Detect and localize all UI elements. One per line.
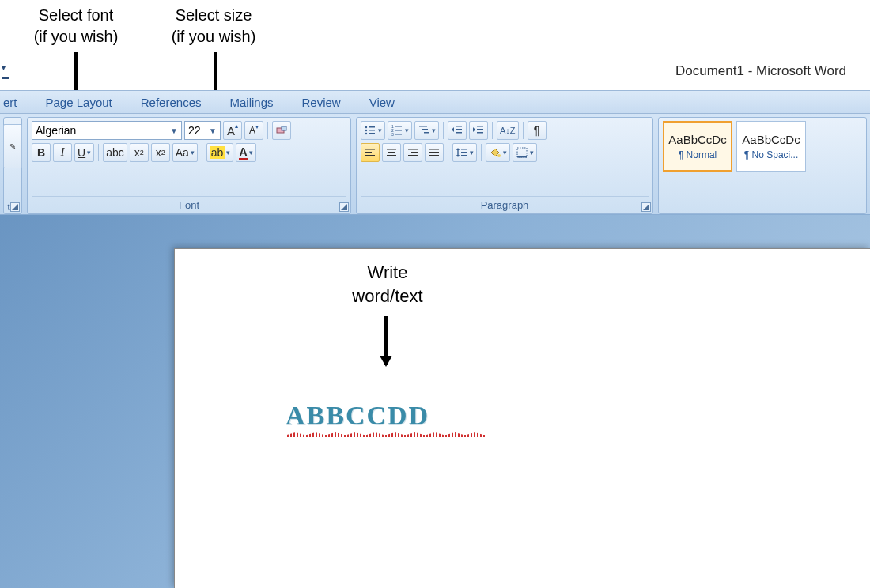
bullets-button[interactable]: ▾ xyxy=(361,121,385,140)
svg-rect-31 xyxy=(408,155,418,156)
dialog-launcher-icon[interactable] xyxy=(339,202,349,212)
align-left-button[interactable] xyxy=(361,143,380,162)
group-paragraph: ▾ 123▾ ▾ A↓Z ¶ xyxy=(356,117,653,214)
svg-rect-23 xyxy=(365,149,375,150)
font-color-button[interactable]: A▾ xyxy=(236,143,255,162)
multilevel-list-icon xyxy=(418,124,430,137)
arrow-down-icon xyxy=(384,316,388,365)
svg-rect-40 xyxy=(517,148,527,157)
document-page[interactable]: ABBCCDD xyxy=(174,248,870,588)
svg-rect-11 xyxy=(395,130,402,131)
svg-rect-32 xyxy=(429,149,439,150)
align-left-icon xyxy=(364,146,376,159)
align-right-button[interactable] xyxy=(403,143,422,162)
font-name-value: Algerian xyxy=(36,124,76,137)
svg-point-39 xyxy=(497,154,501,157)
dialog-launcher-icon[interactable] xyxy=(641,202,651,212)
style-normal[interactable]: AaBbCcDc ¶ Normal xyxy=(663,121,732,172)
numbering-button[interactable]: 123▾ xyxy=(388,121,412,140)
ribbon: ✎ ter Algerian ▼ 22 ▼ A▴ A▾ B I U▾ xyxy=(0,114,870,215)
show-hide-marks-button[interactable]: ¶ xyxy=(528,121,547,140)
svg-point-6 xyxy=(365,133,367,134)
change-case-button[interactable]: Aa▾ xyxy=(172,143,198,162)
font-name-combo[interactable]: Algerian ▼ xyxy=(32,121,182,140)
svg-text:3: 3 xyxy=(392,132,394,137)
tab-insert-partial[interactable]: ert xyxy=(3,96,17,109)
qat-customize-icon[interactable]: ▾▬ xyxy=(2,63,9,81)
group-title-font: Font xyxy=(32,196,346,212)
style-no-spacing[interactable]: AaBbCcDc ¶ No Spaci... xyxy=(736,121,806,172)
multilevel-list-button[interactable]: ▾ xyxy=(414,121,439,140)
svg-rect-27 xyxy=(388,152,395,153)
svg-rect-25 xyxy=(365,155,375,156)
tab-page-layout[interactable]: Page Layout xyxy=(46,96,112,109)
format-painter-button[interactable]: ✎ xyxy=(3,124,22,168)
underline-button[interactable]: U▾ xyxy=(74,143,94,162)
align-center-icon xyxy=(385,146,398,159)
svg-rect-20 xyxy=(477,126,483,127)
shrink-font-button[interactable]: A▾ xyxy=(244,121,263,140)
svg-rect-22 xyxy=(477,132,483,134)
subscript-button[interactable]: x2 xyxy=(130,143,149,162)
svg-rect-1 xyxy=(282,126,286,130)
svg-rect-29 xyxy=(408,149,418,150)
svg-rect-37 xyxy=(461,152,467,153)
strikethrough-button[interactable]: abc xyxy=(103,143,127,162)
svg-rect-41 xyxy=(517,156,527,158)
clear-formatting-button[interactable] xyxy=(272,121,291,140)
ribbon-tabs: ert Page Layout References Mailings Revi… xyxy=(0,90,870,114)
bullet-list-icon xyxy=(364,124,376,137)
outdent-icon xyxy=(451,124,463,137)
eraser-icon xyxy=(275,124,288,137)
svg-rect-16 xyxy=(424,132,429,134)
svg-rect-13 xyxy=(395,134,402,135)
spellcheck-underline-icon xyxy=(286,432,485,437)
group-title-paragraph: Paragraph xyxy=(361,196,649,212)
superscript-button[interactable]: x2 xyxy=(151,143,170,162)
borders-button[interactable]: ▾ xyxy=(513,143,537,162)
tab-view[interactable]: View xyxy=(369,96,395,109)
tab-references[interactable]: References xyxy=(141,96,202,109)
svg-rect-36 xyxy=(461,149,467,150)
svg-rect-14 xyxy=(419,126,427,127)
align-right-icon xyxy=(407,146,419,159)
line-spacing-button[interactable]: ▾ xyxy=(452,143,477,162)
svg-rect-21 xyxy=(477,129,483,130)
numbered-list-icon: 123 xyxy=(391,124,403,137)
tab-review[interactable]: Review xyxy=(302,96,341,109)
font-size-value: 22 xyxy=(188,124,201,137)
justify-button[interactable] xyxy=(425,143,444,162)
group-styles: AaBbCcDc ¶ Normal AaBbCcDc ¶ No Spaci... xyxy=(658,117,867,214)
italic-button[interactable]: I xyxy=(53,143,72,162)
sort-button[interactable]: A↓Z xyxy=(497,121,519,140)
chevron-down-icon: ▼ xyxy=(170,126,178,135)
bold-button[interactable]: B xyxy=(32,143,51,162)
font-size-combo[interactable]: 22 ▼ xyxy=(184,121,221,140)
svg-rect-34 xyxy=(429,155,439,156)
svg-point-2 xyxy=(365,126,367,128)
align-center-button[interactable] xyxy=(382,143,401,162)
annotation-write-text: Writeword/text xyxy=(308,261,467,307)
svg-rect-3 xyxy=(369,126,375,128)
indent-icon xyxy=(472,124,485,137)
group-clipboard-partial: ✎ ter xyxy=(3,117,22,214)
svg-rect-7 xyxy=(369,133,375,134)
highlight-button[interactable]: ab▾ xyxy=(206,143,234,162)
svg-point-4 xyxy=(365,130,367,131)
svg-rect-28 xyxy=(387,155,396,156)
borders-icon xyxy=(516,146,528,159)
svg-rect-19 xyxy=(456,132,462,134)
chevron-down-icon: ▼ xyxy=(209,126,217,135)
increase-indent-button[interactable] xyxy=(469,121,488,140)
document-text[interactable]: ABBCCDD xyxy=(286,401,429,431)
tab-mailings[interactable]: Mailings xyxy=(229,96,273,109)
decrease-indent-button[interactable] xyxy=(448,121,467,140)
svg-rect-15 xyxy=(422,129,428,130)
paint-bucket-icon xyxy=(489,146,501,159)
svg-rect-24 xyxy=(365,152,372,153)
svg-rect-26 xyxy=(387,149,396,150)
shading-button[interactable]: ▾ xyxy=(486,143,510,162)
svg-rect-30 xyxy=(411,152,418,153)
dialog-launcher-icon[interactable] xyxy=(10,202,20,212)
grow-font-button[interactable]: A▴ xyxy=(223,121,242,140)
